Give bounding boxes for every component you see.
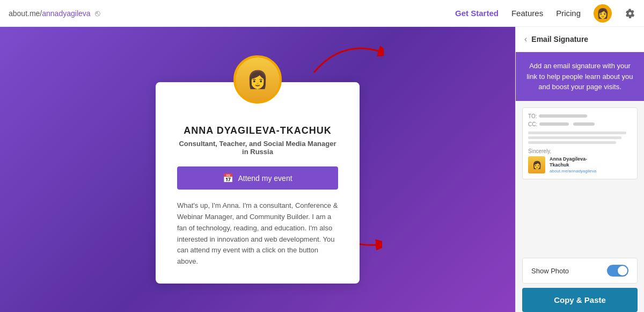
body-line-2 (528, 136, 621, 139)
nav-pricing[interactable]: Pricing (556, 9, 581, 18)
panel-header: ‹ Email Signature (516, 27, 644, 52)
sig-name: Anna Dyagileva-Tkachuk (550, 156, 596, 169)
header-nav: Get Started Features Pricing 👩 (455, 4, 635, 23)
cc-bar2 (573, 122, 595, 126)
username-part: annadyagileva (42, 9, 90, 18)
profile-card: 👩 ANNA DYAGILEVA-TKACHUK Consultant, Tea… (156, 82, 360, 284)
email-cc-line: CC: (528, 121, 632, 127)
profile-name: ANNA DYAGILEVA-TKACHUK (177, 125, 338, 136)
sig-text-block: Anna Dyagileva-Tkachuk about.me/annadyag… (550, 156, 596, 173)
to-label: TO: (528, 113, 537, 119)
sincerely-text: Sincerely, (528, 148, 632, 154)
nav-get-started[interactable]: Get Started (455, 9, 499, 18)
back-button[interactable]: ‹ (524, 34, 527, 44)
show-photo-toggle[interactable] (607, 265, 628, 277)
to-bar (539, 114, 587, 118)
card-content: ANNA DYAGILEVA-TKACHUK Consultant, Teach… (177, 125, 338, 267)
avatar-image: 👩 (236, 57, 280, 101)
settings-icon[interactable] (625, 8, 635, 19)
main-layout: 👩 ANNA DYAGILEVA-TKACHUK Consultant, Tea… (0, 27, 644, 312)
header-left: about.me/annadyagileva ⎋ (9, 9, 100, 18)
sig-photo: 👩 (528, 156, 545, 173)
profile-avatar: 👩 (233, 55, 282, 104)
avatar[interactable]: 👩 (594, 4, 612, 23)
avatar-wrapper: 👩 (233, 55, 282, 104)
copy-paste-button[interactable]: Copy & Paste (522, 288, 638, 312)
cc-bar1 (539, 122, 569, 126)
header: about.me/annadyagileva ⎋ Get Started Fea… (0, 0, 644, 27)
cc-label: CC: (528, 121, 537, 127)
show-photo-row: Show Photo (522, 258, 638, 284)
attend-button-label: Attend my event (238, 174, 292, 183)
right-panel: ‹ Email Signature Add an email signature… (515, 27, 644, 312)
calendar-icon: 📅 (223, 173, 233, 183)
arrow-top (298, 35, 384, 78)
panel-title: Email Signature (531, 35, 588, 43)
attend-button[interactable]: 📅 Attend my event (177, 166, 338, 190)
email-to-line: TO: (528, 113, 632, 119)
body-line-3 (528, 141, 616, 144)
profile-title: Consultant, Teacher, and Social Media Ma… (177, 140, 338, 156)
email-body-lines (528, 132, 632, 144)
page-preview: 👩 ANNA DYAGILEVA-TKACHUK Consultant, Tea… (0, 27, 515, 312)
email-preview: TO: CC: Sincerely, 👩 Anna Dyagileva-Tkac… (522, 107, 638, 179)
body-line-1 (528, 132, 626, 134)
panel-description: Add an email signature with your link to… (516, 52, 644, 101)
page-url: about.me/annadyagileva (9, 9, 91, 18)
signature-row: 👩 Anna Dyagileva-Tkachuk about.me/annady… (528, 156, 632, 173)
toggle-knob (618, 266, 627, 275)
share-icon[interactable]: ⎋ (95, 9, 100, 18)
sig-link: about.me/annadyagileva (550, 169, 596, 173)
show-photo-label: Show Photo (531, 267, 569, 275)
nav-features[interactable]: Features (511, 9, 543, 18)
profile-bio: What's up, I'm Anna. I'm a consultant, C… (177, 200, 338, 267)
